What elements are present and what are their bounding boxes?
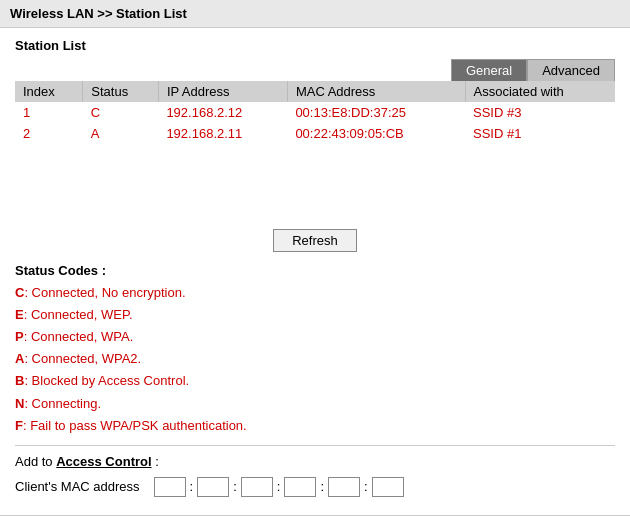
code-e: E: Connected, WEP. xyxy=(15,307,133,322)
table-row: 2A192.168.2.1100:22:43:09:05:CBSSID #1 xyxy=(15,123,615,144)
table-scroll[interactable]: Index Status IP Address MAC Address Asso… xyxy=(15,81,615,221)
mac-sep-4: : xyxy=(320,479,324,494)
mac-row: Client's MAC address : : : : : xyxy=(15,477,615,497)
status-codes: Status Codes : C: Connected, No encrypti… xyxy=(15,260,615,437)
col-status: Status xyxy=(83,81,159,102)
refresh-button[interactable]: Refresh xyxy=(273,229,357,252)
add-to-label-post: : xyxy=(155,454,159,469)
mac-input-5[interactable] xyxy=(328,477,360,497)
add-to-label-pre: Add to xyxy=(15,454,53,469)
tab-general[interactable]: General xyxy=(451,59,527,81)
mac-label: Client's MAC address xyxy=(15,479,140,494)
mac-input-1[interactable] xyxy=(154,477,186,497)
page-header: Wireless LAN >> Station List xyxy=(0,0,630,28)
mac-sep-1: : xyxy=(190,479,194,494)
col-mac: MAC Address xyxy=(287,81,465,102)
code-a: A: Connected, WPA2. xyxy=(15,351,141,366)
breadcrumb: Wireless LAN >> Station List xyxy=(10,6,187,21)
station-table: Index Status IP Address MAC Address Asso… xyxy=(15,81,615,144)
refresh-row: Refresh xyxy=(15,229,615,252)
add-to-row: Add to Access Control : xyxy=(15,454,615,469)
col-index: Index xyxy=(15,81,83,102)
mac-input-4[interactable] xyxy=(284,477,316,497)
mac-input-6[interactable] xyxy=(372,477,404,497)
mac-input-3[interactable] xyxy=(241,477,273,497)
section-title: Station List xyxy=(15,38,615,53)
status-codes-title: Status Codes : xyxy=(15,263,106,278)
station-table-container: Index Status IP Address MAC Address Asso… xyxy=(15,81,615,221)
mac-input-2[interactable] xyxy=(197,477,229,497)
code-c: C: Connected, No encryption. xyxy=(15,285,186,300)
mac-sep-5: : xyxy=(364,479,368,494)
mac-sep-3: : xyxy=(277,479,281,494)
table-row: 1C192.168.2.1200:13:E8:DD:37:25SSID #3 xyxy=(15,102,615,123)
col-assoc: Associated with xyxy=(465,81,615,102)
code-n: N: Connecting. xyxy=(15,396,101,411)
access-control-link[interactable]: Access Control xyxy=(56,454,151,469)
code-f: F: Fail to pass WPA/PSK authentication. xyxy=(15,418,247,433)
divider xyxy=(15,445,615,446)
code-b: B: Blocked by Access Control. xyxy=(15,373,189,388)
tab-advanced[interactable]: Advanced xyxy=(527,59,615,81)
mac-sep-2: : xyxy=(233,479,237,494)
code-p: P: Connected, WPA. xyxy=(15,329,133,344)
col-ip: IP Address xyxy=(158,81,287,102)
